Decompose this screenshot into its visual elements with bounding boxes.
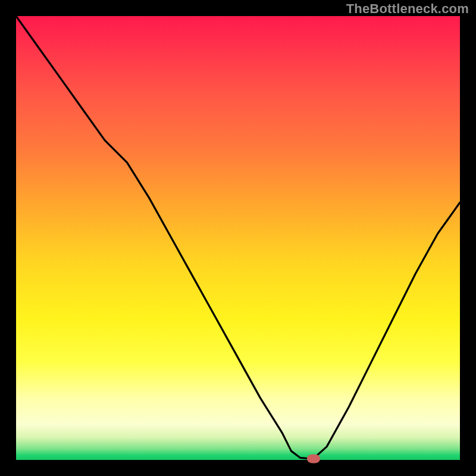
watermark-text: TheBottleneck.com [346, 1, 469, 17]
bottleneck-curve [16, 16, 460, 460]
optimal-point-marker [307, 454, 320, 463]
chart-plot-area [16, 16, 460, 460]
